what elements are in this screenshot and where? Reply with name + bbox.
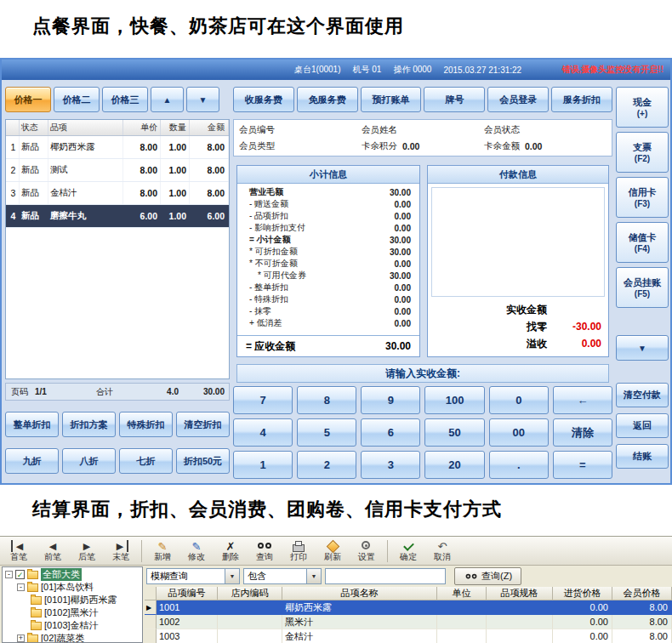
tree-expand-icon[interactable] [5, 571, 13, 578]
discount-button[interactable]: 七折 [119, 448, 173, 474]
member-status-label: 会员状态 [484, 124, 520, 136]
numpad-key[interactable]: ← [553, 386, 612, 414]
action-buttons: 清空付款返回结账 [616, 383, 669, 469]
folder-icon [31, 622, 42, 630]
numpad-key[interactable]: 100 [424, 386, 484, 414]
tree-node-category[interactable]: [02]蔬菜类 [3, 632, 142, 643]
price-tab[interactable]: 价格三 [102, 87, 148, 112]
tree-node-item[interactable]: [0101]椰奶西米露 [3, 594, 142, 606]
toolbar-cancel-button[interactable]: 取消 [425, 540, 459, 561]
order-row[interactable]: 4 新品 磨擦牛丸 6.00 1.00 6.00 [6, 205, 229, 228]
price-tab[interactable]: 价格二 [54, 87, 100, 112]
order-table-header: 状态 品项 单价 数量 金额 [6, 120, 229, 136]
search-button[interactable]: 查询(Z) [454, 567, 521, 585]
tree-node-all-categories[interactable]: 全部大类 [3, 568, 142, 581]
subtotal-line: - 整单折扣 0.00 [237, 282, 419, 293]
service-button[interactable]: 收服务费 [233, 87, 294, 112]
item-table-row[interactable]: 1003 金桔汁 0.00 8.00 [145, 629, 672, 643]
service-button[interactable]: 会员登录 [487, 87, 549, 112]
numpad-key[interactable]: 4 [233, 418, 293, 447]
card-points-value: 0.00 [402, 141, 484, 151]
toolbar-prev-button[interactable]: 前笔 [36, 540, 70, 561]
subtotal-line: - 影响折扣支付 0.00 [237, 222, 419, 234]
tender-button[interactable]: 储值卡 (F4) [616, 222, 669, 263]
tree-expand-icon[interactable] [17, 634, 25, 642]
numpad-key[interactable]: 00 [489, 418, 549, 447]
numpad-key[interactable]: 3 [361, 451, 420, 479]
numpad-key[interactable]: 0 [489, 386, 549, 414]
service-button[interactable]: 预打账单 [361, 87, 422, 112]
item-table-row[interactable]: 1002 黑米汁 0.00 8.00 [145, 615, 672, 629]
order-row[interactable]: 2 新品 测试 8.00 1.00 8.00 [6, 159, 229, 182]
toolbar-refresh-button[interactable]: 刷新 [316, 540, 350, 561]
order-col-amount: 金额 [190, 120, 229, 135]
numpad-key[interactable]: 9 [361, 386, 420, 414]
price-tab[interactable]: 价格一 [5, 87, 51, 112]
toolbar-add-button[interactable]: 新增 [145, 540, 179, 561]
order-scroll-up-button[interactable]: ▲ [151, 87, 184, 112]
numpad-key[interactable]: 6 [361, 418, 420, 447]
numpad-key[interactable]: 8 [297, 386, 356, 414]
card-balance-value: 0.00 [525, 141, 607, 151]
toolbar-print-button[interactable]: 打印 [282, 540, 316, 561]
table-number-label: 桌台1(0001) [294, 64, 340, 76]
numpad-key[interactable]: . [489, 451, 549, 479]
toolbar-first-button[interactable]: 首笔 [2, 540, 36, 561]
service-button[interactable]: 服务折扣 [551, 87, 612, 112]
order-row[interactable]: 3 新品 金桔汁 8.00 1.00 8.00 [6, 182, 229, 205]
last-record-icon [113, 540, 128, 552]
numpad-key[interactable]: 2 [297, 451, 356, 479]
toolbar-find-button[interactable]: 查询 [248, 540, 282, 561]
discount-button[interactable]: 整单折扣 [5, 412, 59, 437]
discount-button[interactable]: 折扣50元 [176, 448, 230, 474]
tree-expand-icon[interactable] [17, 583, 25, 591]
discount-button[interactable]: 折扣方案 [62, 412, 116, 437]
action-button[interactable]: 结账 [616, 444, 669, 469]
filter-operator-select[interactable]: 包含 [243, 568, 322, 584]
toolbar-edit-button[interactable]: 修改 [179, 540, 214, 561]
toolbar-last-button[interactable]: 末笔 [104, 540, 138, 561]
filter-keyword-input[interactable] [325, 568, 446, 584]
numpad-key[interactable]: 7 [233, 386, 293, 414]
item-table-row[interactable]: 1001 椰奶西米露 0.00 8.00 [145, 600, 672, 615]
toolbar-delete-button[interactable]: 删除 [214, 540, 248, 561]
order-scroll-down-button[interactable]: ▼ [186, 87, 219, 112]
printer-icon [291, 540, 306, 552]
card-points-label: 卡余积分 [362, 140, 397, 152]
tender-button[interactable]: 现金 (+) [616, 87, 669, 128]
numpad-key[interactable]: 5 [297, 418, 356, 447]
tender-button[interactable]: 支票 (F2) [616, 132, 669, 173]
discount-button[interactable]: 八折 [62, 448, 116, 474]
tree-checkbox-checked[interactable] [15, 570, 25, 579]
item-table-body: 1001 椰奶西米露 0.00 8.00 1002 [145, 600, 672, 643]
toolbar-next-button[interactable]: 后笔 [70, 540, 104, 561]
toolbar-settings-button[interactable]: 设置 [350, 540, 384, 561]
service-button[interactable]: 免服务费 [297, 87, 358, 112]
action-button[interactable]: 返回 [616, 413, 669, 438]
filter-row: 模糊查询 包含 查询(Z) [145, 566, 672, 587]
manager-body: 全部大类 [01]本岛饮料 [0101]椰奶西米露 [0102]黑米汁 [0, 566, 672, 643]
filter-mode-select[interactable]: 模糊查询 [146, 568, 240, 584]
tree-node-category[interactable]: [01]本岛饮料 [3, 581, 142, 594]
action-button[interactable]: 清空付款 [616, 383, 669, 407]
numpad-key[interactable]: 50 [424, 418, 484, 447]
numpad-key[interactable]: 清除 [553, 418, 612, 447]
discount-button[interactable]: 清空折扣 [176, 412, 230, 437]
total-label: 合计 [96, 386, 113, 398]
service-button[interactable]: 牌号 [424, 87, 485, 112]
discount-button[interactable]: 特殊折扣 [119, 412, 173, 437]
tender-button[interactable]: 信用卡 (F3) [616, 177, 669, 218]
caption-checkout-screen: 结算界面，折扣、会员消费、团购卷、信用卡支付方式 [32, 497, 502, 522]
tender-button[interactable]: 会员挂账 (F5) [616, 267, 669, 308]
tender-scroll-down-button[interactable]: ▼ [616, 335, 669, 361]
numpad-key[interactable]: = [553, 451, 612, 479]
order-row[interactable]: 1 新品 椰奶西米露 8.00 1.00 8.00 [6, 136, 229, 159]
discount-button[interactable]: 九折 [5, 448, 59, 474]
numpad-key[interactable]: 1 [233, 451, 293, 479]
toolbar-separator [141, 540, 142, 562]
tree-node-item[interactable]: [0103]金桔汁 [3, 619, 142, 632]
tree-node-item[interactable]: [0102]黑米汁 [3, 606, 142, 619]
toolbar-ok-button[interactable]: 确定 [391, 540, 425, 561]
subtotal-line: + 低消差 0.00 [237, 317, 419, 329]
numpad-key[interactable]: 20 [424, 451, 484, 479]
